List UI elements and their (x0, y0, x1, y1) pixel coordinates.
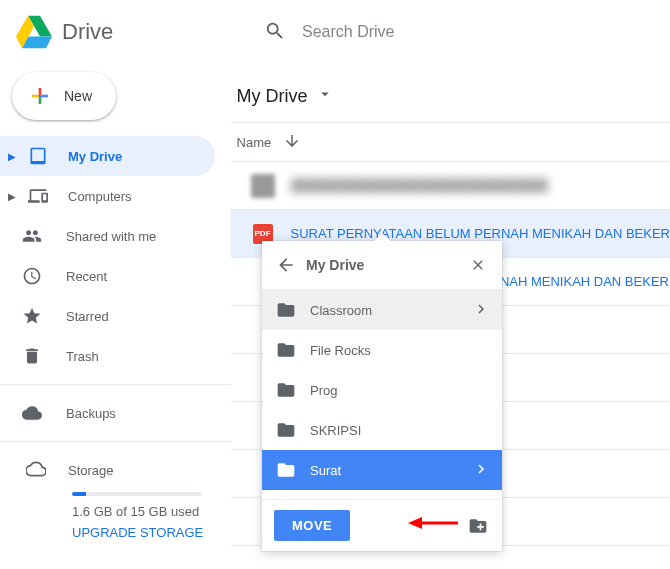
dropdown-icon (316, 85, 334, 108)
sidebar-item-shared[interactable]: Shared with me (0, 216, 215, 256)
popup-folder-item[interactable]: Prog (262, 370, 502, 410)
plus-icon (28, 84, 52, 108)
folder-name: Prog (310, 383, 494, 398)
storage-section: Storage 1.6 GB of 15 GB used UPGRADE STO… (0, 450, 231, 540)
sidebar-item-trash[interactable]: Trash (0, 336, 215, 376)
divider (0, 441, 231, 442)
nav-label: My Drive (68, 149, 122, 164)
nav-label: Backups (66, 406, 116, 421)
popup-header: My Drive (262, 241, 502, 289)
popup-folder-item[interactable]: File Rocks (262, 330, 502, 370)
folder-icon (274, 420, 298, 440)
nav-list: ▶ My Drive ▶ Computers Shared with me Re… (0, 136, 231, 376)
sidebar-item-starred[interactable]: Starred (0, 296, 215, 336)
column-name-label: Name (237, 135, 272, 150)
search-icon (264, 20, 286, 45)
folder-icon (274, 340, 298, 360)
chevron-right-icon[interactable] (472, 300, 494, 321)
folder-name: SKRIPSI (310, 423, 494, 438)
divider (0, 384, 231, 385)
new-folder-icon (468, 516, 488, 536)
move-button[interactable]: MOVE (274, 510, 350, 541)
shared-icon (20, 224, 44, 248)
back-button[interactable] (270, 249, 302, 281)
trash-icon (20, 344, 44, 368)
chevron-right-icon[interactable] (472, 460, 494, 481)
sidebar-item-storage[interactable]: Storage (26, 450, 231, 490)
nav-label: Trash (66, 349, 99, 364)
arrow-left-icon (276, 255, 296, 275)
sidebar-item-computers[interactable]: ▶ Computers (0, 176, 215, 216)
drive-icon (26, 144, 50, 168)
expand-icon[interactable]: ▶ (4, 151, 20, 162)
storage-bar-fill (72, 492, 86, 496)
folder-name: Surat (310, 463, 472, 478)
file-name: Chapter01.ppt (310, 496, 494, 499)
backups-icon (20, 401, 44, 425)
file-row[interactable]: ████████████████████████████ (231, 162, 670, 210)
storage-bar (72, 492, 202, 496)
expand-icon[interactable]: ▶ (4, 191, 20, 202)
folder-icon (274, 460, 298, 480)
svg-point-0 (34, 159, 36, 161)
file-icon (251, 174, 275, 198)
sidebar: New ▶ My Drive ▶ Computers Shared with m… (0, 64, 231, 569)
popup-title: My Drive (302, 257, 462, 273)
nav-label: Recent (66, 269, 107, 284)
sidebar-item-recent[interactable]: Recent (0, 256, 215, 296)
storage-label: Storage (68, 463, 114, 478)
app-title: Drive (62, 19, 113, 45)
starred-icon (20, 304, 44, 328)
popup-folder-list[interactable]: Classroom File Rocks Prog SKRIPSI Surat … (262, 289, 502, 499)
upgrade-storage-link[interactable]: UPGRADE STORAGE (72, 525, 231, 540)
nav-label: Computers (68, 189, 132, 204)
folder-name: File Rocks (310, 343, 494, 358)
close-button[interactable] (462, 249, 494, 281)
new-folder-button[interactable] (466, 514, 490, 538)
computers-icon (26, 184, 50, 208)
logo-area[interactable]: Drive (16, 14, 254, 50)
popup-folder-item[interactable]: Classroom (262, 290, 502, 330)
breadcrumb-label: My Drive (237, 86, 308, 107)
search-placeholder: Search Drive (302, 23, 394, 41)
breadcrumb[interactable]: My Drive (231, 76, 670, 116)
sidebar-item-my-drive[interactable]: ▶ My Drive (0, 136, 215, 176)
sort-arrow-icon[interactable] (283, 132, 301, 153)
folder-icon (274, 380, 298, 400)
file-name: SURAT PERNYATAAN BELUM PERNAH MENIKAH DA… (291, 226, 670, 241)
column-header[interactable]: Name (231, 122, 670, 162)
folder-name: Classroom (310, 303, 472, 318)
move-to-popup: My Drive Classroom File Rocks Prog SKRIP… (262, 241, 502, 551)
close-icon (470, 257, 486, 273)
drive-logo-icon (16, 14, 52, 50)
file-name: RNAH MENIKAH DAN BEKER (491, 274, 669, 289)
popup-file-item[interactable]: P Chapter01.ppt (262, 490, 502, 499)
popup-folder-item-selected[interactable]: Surat (262, 450, 502, 490)
storage-icon (26, 459, 46, 482)
file-name: ████████████████████████████ (291, 178, 549, 193)
recent-icon (20, 264, 44, 288)
new-button[interactable]: New (12, 72, 116, 120)
nav-label: Shared with me (66, 229, 156, 244)
sidebar-item-backups[interactable]: Backups (0, 393, 215, 433)
search-bar[interactable]: Search Drive (254, 20, 394, 45)
ppt-icon: P (274, 496, 298, 499)
app-header: Drive Search Drive (0, 0, 670, 64)
storage-used-text: 1.6 GB of 15 GB used (72, 504, 231, 519)
nav-label: Starred (66, 309, 109, 324)
folder-icon (274, 300, 298, 320)
popup-folder-item[interactable]: SKRIPSI (262, 410, 502, 450)
popup-footer: MOVE (262, 499, 502, 551)
new-button-label: New (64, 88, 92, 104)
